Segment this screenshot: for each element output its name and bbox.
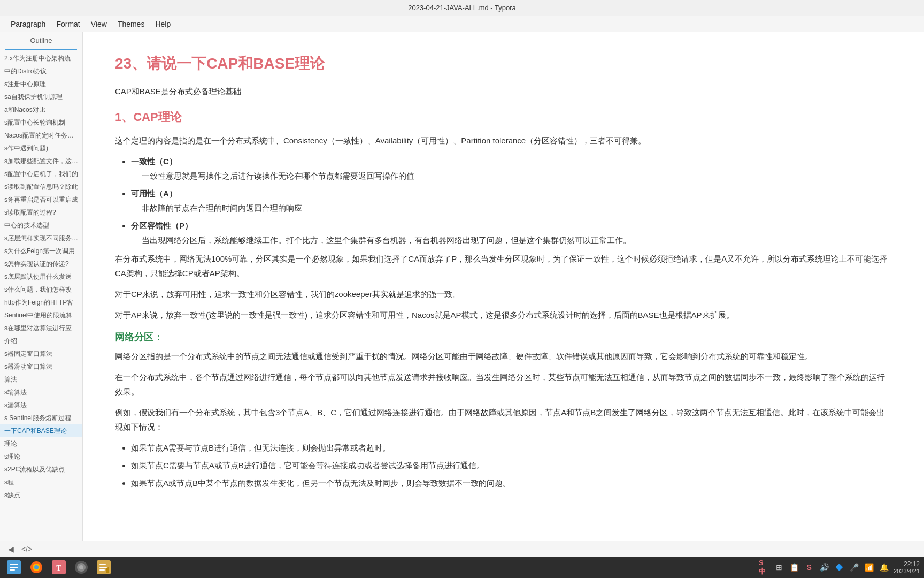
cap-item-p-detail: 当出现网络分区后，系统能够继续工作。打个比方，这里个集群有多台机器，有台机器网络… (142, 235, 631, 245)
menu-help[interactable]: Help (150, 18, 176, 31)
cap-item-partition: 分区容错性（P） 当出现网络分区后，系统能够继续工作。打个比方，这里个集群有多台… (131, 218, 892, 247)
outline-item[interactable]: s缺点 (0, 489, 82, 501)
network-item-2: 如果节点C需要与节点A或节点B进行通信，它可能会等待连接成功或者尝试选择备用节点… (131, 458, 892, 473)
svg-point-6 (34, 565, 38, 569)
network-para2: 在一个分布式系统中，各个节点通过网络进行通信，每个节点都可以向其他节点发送请求并… (115, 370, 892, 399)
outline-item[interactable]: sa自我保护机制原理 (0, 90, 82, 103)
outline-item[interactable]: 介绍 (0, 334, 82, 347)
taskbar-volume-icon[interactable]: 🔊 (819, 562, 829, 573)
cap-item-p-label: 分区容错性（P） (131, 221, 192, 230)
doc-intro: CAP和BASE是分布式必备理论基础 (115, 85, 892, 98)
outline-item[interactable]: 理论 (0, 437, 82, 450)
outline-tab[interactable]: Outline (5, 32, 77, 50)
titlebar: 2023-04-21-JAVA-ALL.md - Typora (0, 0, 924, 16)
taskbar-app-files[interactable] (4, 558, 24, 577)
cap-item-c-detail: 一致性意思就是写操作之后进行读操作无论在哪个节点都需要返回写操作的值 (142, 171, 414, 180)
taskbar-bt-icon[interactable]: 🔷 (834, 562, 844, 573)
cap-section-title: 1、CAP理论 (115, 109, 892, 125)
taskbar-app-firefox[interactable] (27, 558, 46, 577)
outline-item[interactable]: 2.x作为注册中心架构流 (0, 52, 82, 65)
svg-text:T: T (56, 564, 61, 572)
outline-item[interactable]: 算法 (0, 373, 82, 386)
cap-item-a-label: 可用性（A） (131, 189, 177, 198)
taskbar-right: S中 ⊞ 📋 S 🔊 🔷 🎤 📶 🔔 22:12 2023/4/21 (759, 560, 920, 574)
content-area[interactable]: 23、请说一下CAP和BASE理论 CAP和BASE是分布式必备理论基础 1、C… (83, 32, 924, 541)
outline-item-active[interactable]: 一下CAP和BASE理论 (0, 424, 82, 437)
cap-item-a-detail: 非故障的节点在合理的时间内返回合理的响应 (142, 203, 302, 212)
svg-rect-1 (10, 564, 18, 565)
outline-item[interactable]: s2PC流程以及优缺点 (0, 463, 82, 476)
outline-item[interactable]: 中的Distro协议 (0, 65, 82, 78)
bottom-toolbar: ◀ </> (0, 541, 924, 557)
outline-item[interactable]: s配置中心启机了，我们的 (0, 168, 82, 180)
outline-item[interactable]: s器固定窗口算法 (0, 347, 82, 360)
outline-item[interactable]: Nacos配置的定时任务失效 (0, 129, 82, 142)
outline-list[interactable]: 2.x作为注册中心架构流 中的Distro协议 s注册中心原理 sa自我保护机制… (0, 50, 82, 541)
bottom-left: ◀ </> (5, 544, 32, 554)
code-icon[interactable]: </> (21, 544, 32, 554)
taskbar-app-circular[interactable] (72, 558, 91, 577)
cap-items-list: 一致性（C） 一致性意思就是写操作之后进行读操作无论在哪个节点都需要返回写操作的… (131, 154, 892, 247)
taskbar-notify-icon[interactable]: 🔔 (879, 562, 889, 573)
outline-item[interactable]: s读取配置的过程? (0, 206, 82, 219)
cap-item-c-label: 一致性（C） (131, 157, 177, 166)
titlebar-text: 2023-04-21-JAVA-ALL.md - Typora (408, 4, 516, 12)
doc-main-title: 23、请说一下CAP和BASE理论 (115, 54, 892, 74)
outline-item[interactable]: s在哪里对这算法进行应 (0, 322, 82, 334)
taskbar-time: 22:12 2023/4/21 (894, 560, 920, 574)
network-para1: 网络分区指的是一个分布式系统中的节点之间无法通信或通信受到严重干扰的情况。网络分… (115, 349, 892, 363)
svg-rect-2 (10, 567, 18, 568)
svg-rect-13 (99, 564, 106, 565)
taskbar-app-typora[interactable]: T (49, 558, 68, 577)
menu-paragraph[interactable]: Paragraph (5, 18, 51, 31)
main-area: Outline 2.x作为注册中心架构流 中的Distro协议 s注册中心原理 … (0, 32, 924, 541)
outline-item[interactable]: s底层怎样实现不同服务使s (0, 232, 82, 245)
outline-item[interactable]: s配置中心长轮询机制 (0, 116, 82, 129)
taskbar-wifi-icon[interactable]: 📶 (864, 562, 874, 573)
outline-item[interactable]: s读取到配置信息吗？除此 (0, 180, 82, 193)
outline-item[interactable]: s程 (0, 476, 82, 489)
outline-item[interactable]: s为什么Feign第一次调用 (0, 245, 82, 257)
outline-item[interactable]: s Sentinel服务熔断过程 (0, 412, 82, 424)
outline-item[interactable]: s怎样实现认证的传递? (0, 257, 82, 270)
outline-item[interactable]: s什么问题，我们怎样改 (0, 283, 82, 296)
taskbar-mic-icon[interactable]: 🎤 (849, 562, 859, 573)
outline-item[interactable]: s漏算法 (0, 399, 82, 412)
taskbar-apps: T (4, 558, 113, 577)
network-example: 例如，假设我们有一个分布式系统，其中包含3个节点A、B、C，它们通过网络连接进行… (115, 405, 892, 434)
network-items-list: 如果节点A需要与节点B进行通信，但无法连接，则会抛出异常或者超时。 如果节点C需… (131, 440, 892, 490)
svg-rect-14 (99, 567, 107, 568)
taskbar: T S中 ⊞ 📋 S 🔊 🔷 � (0, 557, 924, 578)
back-icon[interactable]: ◀ (5, 544, 16, 554)
network-item-1: 如果节点A需要与节点B进行通信，但无法连接，则会抛出异常或者超时。 (131, 440, 892, 455)
outline-item[interactable]: a和Nacos对比 (0, 103, 82, 116)
menu-format[interactable]: Format (51, 18, 85, 31)
outline-item[interactable]: s输算法 (0, 386, 82, 399)
cap-para2: 对于CP来说，放弃可用性，追求一致性和分区容错性，我们的zookeeper其实就… (115, 287, 892, 301)
svg-rect-3 (10, 569, 15, 571)
outline-item[interactable]: s务再重启是否可以重启成 (0, 193, 82, 206)
taskbar-grid-icon[interactable]: ⊞ (774, 562, 784, 573)
menubar: Paragraph Format View Themes Help (0, 16, 924, 32)
outline-item[interactable]: http作为Feign的HTTP客 (0, 296, 82, 309)
menu-view[interactable]: View (86, 18, 112, 31)
outline-item[interactable]: s器滑动窗口算法 (0, 360, 82, 373)
menu-themes[interactable]: Themes (112, 18, 150, 31)
taskbar-folder-icon[interactable]: 📋 (789, 562, 799, 573)
taskbar-s2-icon[interactable]: S (804, 562, 814, 573)
outline-item[interactable]: Sentinel中使用的限流算 (0, 309, 82, 322)
cap-item-consistency: 一致性（C） 一致性意思就是写操作之后进行读操作无论在哪个节点都需要返回写操作的… (131, 154, 892, 183)
network-subtitle: 网络分区： (115, 331, 892, 344)
outline-item[interactable]: s作中遇到问题) (0, 142, 82, 155)
outline-item[interactable]: s加载那些配置文件，这些s级? (0, 155, 82, 168)
taskbar-s-icon[interactable]: S中 (759, 562, 769, 573)
svg-rect-15 (99, 569, 105, 571)
outline-item[interactable]: 中心的技术选型 (0, 219, 82, 232)
taskbar-app-notes[interactable] (94, 558, 113, 577)
outline-item[interactable]: s底层默认使用什么发送 (0, 270, 82, 283)
outline-item[interactable]: s注册中心原理 (0, 78, 82, 90)
sidebar: Outline 2.x作为注册中心架构流 中的Distro协议 s注册中心原理 … (0, 32, 83, 541)
svg-point-11 (79, 565, 83, 569)
outline-item[interactable]: s理论 (0, 450, 82, 463)
network-item-3: 如果节点A或节点B中某个节点的数据发生变化，但另一个节点无法及时同步，则会导致数… (131, 476, 892, 490)
